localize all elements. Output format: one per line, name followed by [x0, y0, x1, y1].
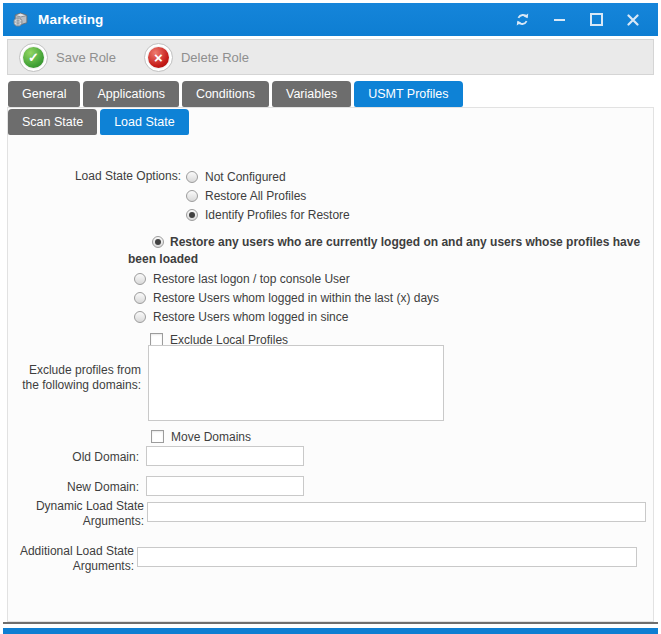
load-state-options-label: Load State Options:	[21, 169, 181, 184]
radio-restore-logged-on-users[interactable]: Restore any users who are currently logg…	[128, 234, 660, 268]
old-domain-label: Old Domain:	[39, 450, 139, 465]
check-circle-icon: ✓	[19, 43, 48, 72]
old-domain-input[interactable]	[146, 446, 304, 466]
radio-restore-last-logon[interactable]: Restore last logon / top console User	[134, 269, 660, 288]
x-circle-icon: ×	[144, 43, 173, 72]
exclude-domains-label: Exclude profiles from the following doma…	[18, 363, 141, 393]
radio-identify-profiles[interactable]: Identify Profiles for Restore	[186, 205, 350, 224]
new-domain-label: New Domain:	[39, 480, 139, 495]
dynamic-args-label: Dynamic Load State Arguments:	[34, 499, 144, 529]
app-logo-icon	[12, 11, 29, 28]
radio-icon[interactable]	[186, 190, 198, 202]
additional-load-state-arguments-input[interactable]	[137, 547, 637, 567]
dynamic-load-state-arguments-input[interactable]	[147, 502, 646, 522]
load-state-options-group: Not Configured Restore All Profiles Iden…	[186, 167, 350, 224]
close-icon[interactable]	[625, 12, 641, 28]
radio-icon[interactable]	[186, 209, 198, 221]
restore-mode-group: Restore any users who are currently logg…	[128, 234, 660, 349]
tab-variables[interactable]: Variables	[272, 81, 351, 107]
checkbox-icon[interactable]	[151, 430, 164, 443]
radio-label: Not Configured	[205, 170, 286, 184]
tab-load-state[interactable]: Load State	[100, 109, 188, 135]
radio-label: Identify Profiles for Restore	[205, 208, 350, 222]
radio-not-configured[interactable]: Not Configured	[186, 167, 350, 186]
maximize-icon[interactable]	[588, 12, 604, 28]
new-domain-input[interactable]	[146, 476, 304, 496]
delete-role-label: Delete Role	[181, 50, 249, 65]
window-title: Marketing	[38, 12, 104, 27]
radio-icon[interactable]	[186, 171, 198, 183]
tab-conditions[interactable]: Conditions	[182, 81, 269, 107]
additional-args-label: Additional Load State Arguments:	[16, 544, 134, 574]
tab-applications[interactable]: Applications	[83, 81, 178, 107]
radio-label: Restore Users whom logged in within the …	[153, 291, 439, 305]
minimize-icon[interactable]	[551, 12, 567, 28]
delete-role-button[interactable]: × Delete Role	[144, 43, 249, 72]
load-state-panel: Load State Options: Not Configured Resto…	[7, 107, 654, 622]
radio-restore-last-x-days[interactable]: Restore Users whom logged in within the …	[134, 288, 660, 307]
radio-restore-all-profiles[interactable]: Restore All Profiles	[186, 186, 350, 205]
save-role-label: Save Role	[56, 50, 116, 65]
radio-label: Restore last logon / top console User	[153, 272, 350, 286]
radio-icon[interactable]	[134, 273, 146, 285]
window-body: ✓ Save Role × Delete Role General Applic…	[3, 36, 658, 624]
radio-label: Restore Users whom logged in since	[153, 310, 348, 324]
tab-scan-state[interactable]: Scan State	[8, 109, 97, 135]
save-role-button[interactable]: ✓ Save Role	[19, 43, 116, 72]
tab-general[interactable]: General	[8, 81, 80, 107]
radio-restore-logged-in-since[interactable]: Restore Users whom logged in since	[134, 307, 660, 326]
x-glyph: ×	[148, 47, 169, 68]
toolbar: ✓ Save Role × Delete Role	[7, 39, 654, 75]
radio-icon[interactable]	[134, 292, 146, 304]
radio-icon[interactable]	[134, 311, 146, 323]
check-glyph: ✓	[23, 47, 44, 68]
radio-label: Restore any users who are currently logg…	[128, 235, 640, 266]
sub-tab-bar: Scan State Load State	[8, 109, 189, 135]
radio-icon[interactable]	[152, 236, 164, 248]
tab-usmt-profiles[interactable]: USMT Profiles	[354, 81, 462, 107]
refresh-icon[interactable]	[514, 12, 530, 28]
window-bottom-frame	[3, 628, 658, 634]
checkbox-label: Move Domains	[171, 430, 251, 444]
main-tab-bar: General Applications Conditions Variable…	[8, 81, 463, 107]
move-domains-checkbox-row[interactable]: Move Domains	[151, 427, 251, 446]
exclude-domains-textarea[interactable]	[148, 345, 444, 421]
titlebar[interactable]: Marketing	[3, 3, 658, 36]
radio-label: Restore All Profiles	[205, 189, 306, 203]
